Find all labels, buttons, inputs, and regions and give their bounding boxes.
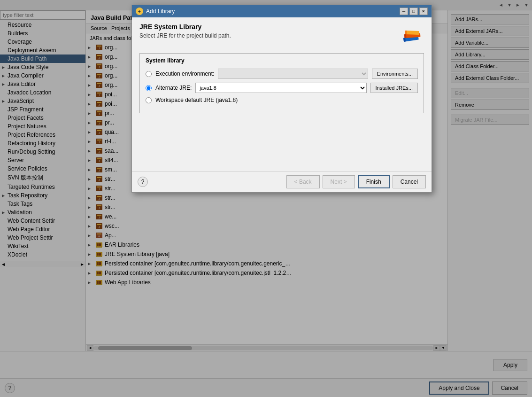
- dialog-window-controls: ─ □ ✕: [400, 8, 428, 15]
- dialog-minimize-button[interactable]: ─: [400, 8, 408, 15]
- dialog-header-icon: [401, 23, 424, 46]
- workspace-jre-row: Workspace default JRE (java1.8): [146, 97, 418, 103]
- group-box-title: System library: [146, 57, 418, 64]
- environments-button[interactable]: Environments...: [372, 69, 418, 79]
- dialog-title-text: Add Library: [146, 8, 175, 15]
- workspace-jre-label: Workspace default JRE (java1.8): [155, 97, 238, 103]
- dialog-maximize-button[interactable]: □: [409, 8, 418, 15]
- alternate-jre-select[interactable]: java1.8: [195, 83, 366, 93]
- svg-rect-87: [404, 34, 407, 38]
- dialog-footer: ? < Back Next > Finish Cancel: [132, 171, 432, 192]
- main-window: ◄ ▼ ► ▼ Resource Builders Coverage Deplo…: [0, 0, 532, 397]
- execution-environment-radio[interactable]: [146, 71, 152, 77]
- dialog-header-section: JRE System Library Select JRE for the pr…: [139, 23, 424, 46]
- modal-overlay: + Add Library ─ □ ✕ JRE System Library S…: [0, 0, 532, 397]
- alternate-jre-radio[interactable]: [146, 85, 152, 91]
- dialog-close-button[interactable]: ✕: [419, 8, 428, 15]
- dialog-header-description: Select JRE for the project build path.: [139, 32, 231, 39]
- svg-rect-85: [405, 31, 419, 35]
- dialog-titlebar: + Add Library ─ □ ✕: [132, 5, 432, 17]
- dialog-title-left: + Add Library: [136, 8, 175, 15]
- execution-environment-row: Execution environment: Environments...: [146, 69, 418, 79]
- dialog-footer-buttons: < Back Next > Finish Cancel: [286, 175, 426, 188]
- add-library-dialog: + Add Library ─ □ ✕ JRE System Library S…: [131, 5, 432, 193]
- dialog-title-icon: +: [136, 8, 143, 15]
- svg-rect-88: [405, 31, 407, 34]
- finish-button[interactable]: Finish: [358, 175, 390, 188]
- alternate-jre-label: Alternate JRE:: [155, 85, 192, 91]
- dialog-header-title: JRE System Library: [139, 23, 231, 31]
- system-library-group: System library Execution environment: En…: [139, 53, 424, 113]
- dialog-spacer: [139, 117, 424, 165]
- dialog-header-text: JRE System Library Select JRE for the pr…: [139, 23, 231, 39]
- dialog-help-button[interactable]: ?: [138, 177, 148, 187]
- back-button[interactable]: < Back: [286, 175, 320, 188]
- execution-environment-select[interactable]: [218, 69, 368, 79]
- dialog-cancel-button[interactable]: Cancel: [393, 175, 426, 188]
- next-button[interactable]: Next >: [323, 175, 355, 188]
- installed-jres-button[interactable]: Installed JREs...: [370, 83, 418, 93]
- alternate-jre-row: Alternate JRE: java1.8 Installed JREs...: [146, 83, 418, 93]
- books-icon: [401, 23, 424, 46]
- dialog-body: JRE System Library Select JRE for the pr…: [132, 17, 432, 171]
- workspace-jre-radio[interactable]: [146, 97, 152, 103]
- execution-environment-label: Execution environment:: [155, 70, 214, 77]
